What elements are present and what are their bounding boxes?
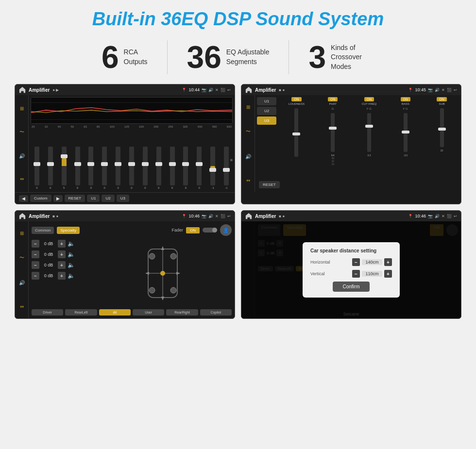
horizontal-val: 140cm bbox=[362, 259, 382, 265]
screen2-dot: ■ ● bbox=[279, 88, 285, 92]
eq-slider-12: 0 bbox=[193, 147, 205, 189]
eq-track-3[interactable] bbox=[75, 147, 80, 185]
driver-btn[interactable]: Driver bbox=[32, 309, 63, 316]
loudness-slider[interactable] bbox=[294, 108, 298, 157]
stat-rca-number: 6 bbox=[102, 42, 119, 73]
eq-track-5[interactable] bbox=[102, 147, 107, 185]
eq-slider-3: 0 bbox=[71, 147, 84, 189]
eq-track-9[interactable] bbox=[156, 147, 161, 185]
reset-btn[interactable]: RESET bbox=[65, 195, 85, 202]
eq-track-13[interactable] bbox=[210, 147, 215, 185]
eq-track-10[interactable] bbox=[170, 147, 175, 185]
cutfreq-on-btn[interactable]: ON bbox=[364, 97, 374, 101]
db4-minus[interactable]: − bbox=[32, 272, 39, 280]
dialog-title: Car speaker distance setting bbox=[310, 248, 392, 253]
mixer-channels: ON LOUDNESS ON PHAT G bbox=[279, 97, 459, 179]
screen1-status-left: Amplifier ● ▶ bbox=[19, 86, 59, 93]
eq-track-1[interactable] bbox=[48, 147, 53, 185]
mixer-reset-btn[interactable]: RESET bbox=[259, 181, 280, 188]
preset-u2[interactable]: U2 bbox=[257, 107, 276, 115]
screen4-bg: Common Specialty ON − 0 dB bbox=[241, 221, 461, 318]
all-btn[interactable]: All bbox=[99, 309, 131, 316]
db1-minus[interactable]: − bbox=[32, 240, 39, 248]
cutfreq-slider[interactable] bbox=[367, 113, 371, 152]
speaker-icon: 🔊 bbox=[19, 153, 25, 159]
eq-track-8[interactable] bbox=[143, 147, 148, 185]
db4-plus[interactable]: + bbox=[58, 272, 66, 280]
copilot-btn[interactable]: Copilot bbox=[200, 309, 232, 316]
db3-plus[interactable]: + bbox=[58, 261, 66, 269]
eq-track-14[interactable] bbox=[224, 147, 229, 185]
eq-track-2[interactable] bbox=[62, 147, 67, 185]
horizontal-minus[interactable]: − bbox=[352, 258, 360, 266]
screen3-app-name: Amplifier bbox=[29, 214, 50, 219]
rearleft-btn[interactable]: RearLeft bbox=[65, 309, 97, 316]
screen3-body: ⊞ 〜 🔊 ⇔ Common Specialty Fader ON 👤 bbox=[15, 221, 235, 318]
rearright-btn[interactable]: RearRight bbox=[166, 309, 198, 316]
fader-label: Fader bbox=[171, 228, 183, 233]
main-title: Built-in 36EQ DSP Sound System bbox=[92, 9, 384, 30]
u1-btn[interactable]: U1 bbox=[87, 195, 100, 202]
common-btn[interactable]: Common bbox=[32, 227, 54, 234]
prev-btn[interactable]: ◀ bbox=[19, 195, 28, 202]
preset-u1[interactable]: U1 bbox=[257, 97, 276, 105]
eq-val-13: -1 bbox=[211, 186, 214, 189]
freq-200: 200 bbox=[153, 125, 158, 128]
db2-plus[interactable]: + bbox=[58, 250, 66, 258]
next-arrow[interactable]: » bbox=[230, 157, 233, 163]
db3-minus[interactable]: − bbox=[32, 261, 39, 269]
eq-track-4[interactable] bbox=[88, 147, 93, 185]
user-btn[interactable]: User bbox=[133, 309, 164, 316]
avatar-btn[interactable]: 👤 bbox=[220, 224, 232, 236]
preset-u3[interactable]: U3 bbox=[257, 116, 276, 125]
horizontal-label: Horizontal bbox=[310, 260, 337, 265]
specialty-btn[interactable]: Specialty bbox=[57, 227, 79, 234]
bass-label: BASS bbox=[402, 102, 409, 105]
stats-row: 6 RCAOutputs 36 EQ AdjustableSegments 3 … bbox=[15, 40, 461, 74]
sub-slider[interactable] bbox=[440, 108, 444, 147]
fader-bottom: Driver RearLeft All User RearRight Copil… bbox=[32, 309, 232, 316]
screen3-status-left: Amplifier ■ ● bbox=[19, 213, 58, 219]
confirm-button[interactable]: Confirm bbox=[333, 282, 369, 292]
u2-btn[interactable]: U2 bbox=[102, 195, 114, 202]
eq-graph-svg bbox=[31, 98, 232, 124]
speaker-icon-2: 🔊 bbox=[245, 154, 251, 159]
horizontal-plus[interactable]: + bbox=[384, 258, 392, 266]
phat-slider[interactable] bbox=[331, 113, 335, 152]
db2-minus[interactable]: − bbox=[32, 250, 39, 258]
custom-btn[interactable]: Custom bbox=[30, 195, 51, 202]
u3-btn[interactable]: U3 bbox=[117, 195, 129, 202]
wave-icon-3: 〜 bbox=[19, 254, 24, 261]
eq-track-0[interactable] bbox=[34, 147, 39, 185]
eq-track-7[interactable] bbox=[129, 147, 134, 185]
loudness-label: LOUDNESS bbox=[289, 102, 305, 105]
sub-on-btn[interactable]: ON bbox=[437, 97, 447, 101]
next-btn[interactable]: ▶ bbox=[53, 195, 63, 202]
screenshots-grid: Amplifier ● ▶ 📍 10:44 📷 🔊 ✕ ⬛ ↩ ⊞ 〜 � bbox=[15, 84, 461, 319]
vertical-label: Vertical bbox=[310, 271, 337, 276]
freq-500: 500 bbox=[212, 125, 217, 128]
svg-point-8 bbox=[149, 253, 155, 259]
screen2-app-name: Amplifier bbox=[255, 87, 276, 93]
screen2-time: 10:45 bbox=[415, 87, 426, 92]
fader-on-btn[interactable]: ON bbox=[186, 227, 200, 233]
vertical-minus[interactable]: − bbox=[352, 270, 360, 278]
cutfreq-label: CUT FREQ bbox=[362, 102, 377, 105]
eq-track-11[interactable] bbox=[183, 147, 188, 185]
mixer-reset-row: RESET bbox=[257, 179, 459, 190]
bass-slider[interactable] bbox=[404, 113, 408, 152]
phat-on-btn[interactable]: ON bbox=[328, 97, 338, 101]
vertical-controls: − 110cm + bbox=[352, 270, 392, 278]
eq-val-9: 0 bbox=[158, 186, 159, 189]
vertical-plus[interactable]: + bbox=[384, 270, 392, 278]
loudness-on-btn[interactable]: ON bbox=[291, 97, 302, 101]
screen1-status-bar: Amplifier ● ▶ 📍 10:44 📷 🔊 ✕ ⬛ ↩ bbox=[15, 84, 235, 95]
eq-val-5: 0 bbox=[104, 186, 105, 189]
stat-eq-number: 36 bbox=[187, 42, 221, 73]
db1-plus[interactable]: + bbox=[58, 240, 66, 248]
fader-slider[interactable] bbox=[203, 228, 217, 233]
bass-on-btn[interactable]: ON bbox=[401, 97, 411, 101]
eq-track-12[interactable] bbox=[197, 147, 202, 185]
eq-track-6[interactable] bbox=[116, 147, 120, 185]
home-icon-4 bbox=[245, 213, 252, 219]
